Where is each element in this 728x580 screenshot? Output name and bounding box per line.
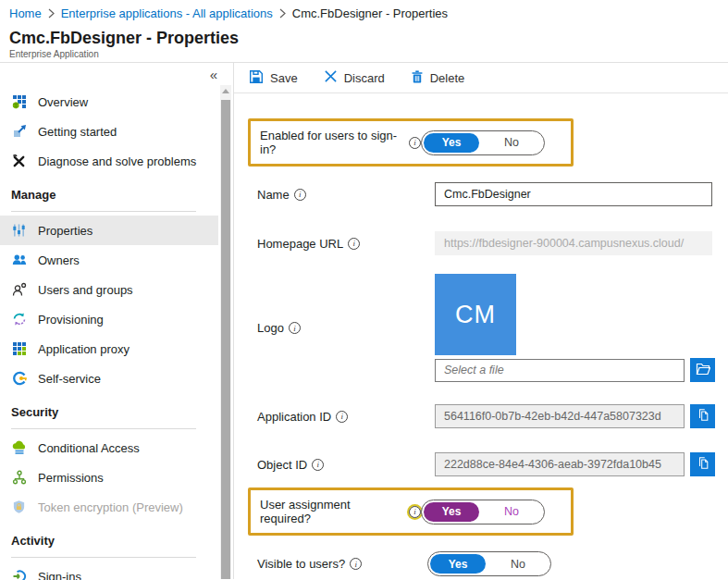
field-label-text: Enabled for users to sign-in? [260, 129, 404, 156]
sidebar-item-diagnose[interactable]: Diagnose and solve problems [0, 146, 218, 176]
info-icon[interactable]: i [312, 459, 324, 471]
browse-file-button[interactable] [690, 358, 715, 382]
save-button[interactable]: Save [249, 69, 298, 87]
breadcrumb-current: Cmc.FbDesigner - Properties [292, 6, 448, 20]
toggle-yes-option[interactable]: Yes [424, 502, 479, 522]
main-panel: Save Discard Delete Enabled for users to… [234, 63, 728, 579]
sidebar-item-label: Users and groups [38, 283, 133, 297]
breadcrumb-enterprise-apps-link[interactable]: Enterprise applications - All applicatio… [61, 6, 273, 20]
getting-started-icon [11, 124, 27, 140]
copy-icon [697, 456, 709, 473]
collapse-sidebar-icon[interactable]: « [210, 68, 217, 81]
sidebar-item-application-proxy[interactable]: Application proxy [0, 334, 218, 364]
discard-icon [324, 69, 338, 86]
sidebar-item-users-and-groups[interactable]: Users and groups [0, 275, 218, 304]
homepage-url-input[interactable] [435, 231, 712, 255]
sidebar-item-label: Owners [38, 253, 80, 267]
sidebar-item-label: Provisioning [38, 313, 104, 327]
sidebar-item-permissions[interactable]: Permissions [0, 463, 218, 492]
select-file-input[interactable] [435, 359, 685, 382]
toggle-no-option[interactable]: No [479, 136, 544, 149]
sidebar-nav: Overview Getting started Diagnose and so… [0, 87, 218, 580]
field-label-text: Visible to users? [257, 557, 345, 571]
application-proxy-icon [11, 341, 27, 357]
sidebar-item-token-encryption[interactable]: Token encryption (Preview) [0, 492, 218, 522]
logo-file-picker [435, 358, 715, 382]
self-service-icon [11, 371, 27, 387]
discard-button[interactable]: Discard [324, 69, 385, 86]
info-icon[interactable]: i [409, 506, 421, 518]
toggle-yes-option[interactable]: Yes [430, 554, 486, 574]
divider [11, 211, 196, 212]
field-label-text: Application ID [257, 410, 331, 424]
sidebar-item-label: Properties [38, 224, 93, 238]
info-icon[interactable]: i [294, 189, 306, 201]
info-icon[interactable]: i [336, 411, 348, 423]
logo-row: Logo i CM [248, 274, 728, 382]
page-header: Cmc.FbDesigner - Properties Enterprise A… [0, 26, 728, 63]
info-icon[interactable]: i [289, 322, 301, 334]
sidebar-item-label: Token encryption (Preview) [38, 500, 183, 514]
toggle-no-option[interactable]: No [486, 558, 550, 571]
conditional-access-icon [11, 440, 27, 456]
info-icon[interactable]: i [350, 558, 362, 570]
properties-icon [11, 223, 27, 239]
sidebar-item-conditional-access[interactable]: Conditional Access [0, 433, 218, 463]
sidebar-item-self-service[interactable]: Self-service [0, 364, 218, 393]
name-label: Name i [257, 188, 435, 202]
sidebar: « Overview Getting started [0, 63, 234, 579]
application-id-input[interactable] [435, 404, 685, 428]
sidebar-item-getting-started[interactable]: Getting started [0, 117, 218, 146]
field-label-text: Logo [257, 321, 284, 335]
sidebar-section-activity: Activity [0, 534, 218, 557]
delete-button[interactable]: Delete [411, 69, 465, 87]
overview-icon [11, 94, 27, 110]
sign-ins-icon [11, 569, 27, 580]
highlight-box-user-assignment: User assignment required? i Yes No [248, 487, 574, 536]
name-input[interactable] [435, 182, 712, 206]
visible-to-users-toggle[interactable]: Yes No [427, 551, 551, 576]
application-id-label: Application ID i [257, 410, 435, 424]
provisioning-icon [11, 312, 27, 327]
divider [11, 557, 196, 558]
breadcrumb-home-link[interactable]: Home [9, 6, 42, 20]
logo-initials: CM [455, 301, 496, 329]
sidebar-item-properties[interactable]: Properties [0, 216, 218, 245]
toggle-no-option[interactable]: No [479, 505, 544, 518]
sidebar-item-label: Getting started [38, 125, 117, 139]
properties-form: Enabled for users to sign-in? i Yes No N… [234, 93, 728, 576]
homepage-url-row: Homepage URL i [248, 231, 728, 255]
save-label: Save [270, 71, 298, 85]
discard-label: Discard [344, 71, 385, 85]
diagnose-icon [11, 154, 27, 169]
scroll-up-arrow-icon[interactable] [220, 85, 231, 97]
sign-in-label: Enabled for users to sign-in? i [260, 129, 421, 156]
sidebar-item-provisioning[interactable]: Provisioning [0, 304, 218, 334]
owners-icon [11, 253, 27, 268]
visible-to-users-row: Visible to users? i Yes No [248, 551, 728, 576]
object-id-input[interactable] [435, 452, 685, 476]
application-id-row: Application ID i [248, 404, 728, 428]
toggle-yes-option[interactable]: Yes [424, 133, 479, 153]
copy-application-id-button[interactable] [690, 404, 715, 428]
sidebar-item-label: Conditional Access [38, 441, 140, 455]
sidebar-section-manage: Manage [0, 188, 218, 211]
sidebar-item-sign-ins[interactable]: Sign-ins [0, 561, 218, 580]
page-title: Cmc.FbDesigner - Properties [9, 28, 728, 48]
sidebar-item-label: Permissions [38, 471, 104, 485]
user-assignment-label: User assignment required? i [260, 498, 421, 525]
sidebar-item-owners[interactable]: Owners [0, 245, 218, 275]
permissions-icon [11, 470, 27, 486]
sidebar-scrollbar[interactable] [220, 85, 231, 579]
sign-in-toggle[interactable]: Yes No [421, 130, 545, 155]
sidebar-item-overview[interactable]: Overview [0, 87, 218, 117]
copy-object-id-button[interactable] [690, 452, 715, 476]
user-assignment-toggle[interactable]: Yes No [421, 500, 545, 524]
info-icon[interactable]: i [348, 238, 360, 250]
info-icon[interactable]: i [409, 137, 421, 149]
users-and-groups-icon [11, 282, 27, 298]
field-label-text: Name [257, 188, 290, 202]
scrollbar-thumb[interactable] [221, 100, 230, 579]
copy-icon [697, 408, 709, 425]
page-subtitle: Enterprise Application [9, 49, 728, 59]
